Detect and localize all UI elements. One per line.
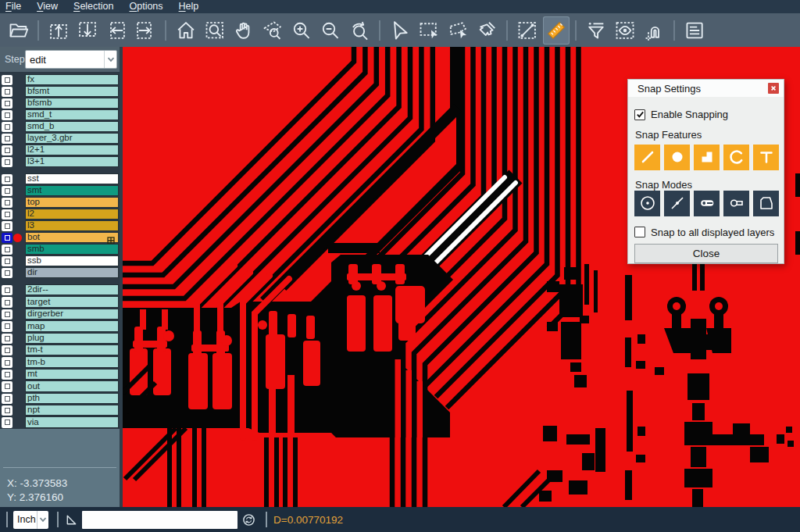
- layer-field[interactable]: smd_t: [25, 109, 119, 120]
- open-file-button[interactable]: [5, 16, 32, 45]
- layer-row-dirgerber[interactable]: dirgerber: [0, 309, 120, 320]
- layer-row-tm-t[interactable]: tm-t: [0, 345, 120, 356]
- layer-field[interactable]: tm-b: [25, 356, 119, 367]
- snap-arc-button[interactable]: [723, 145, 749, 170]
- layer-checkbox[interactable]: [2, 297, 12, 307]
- snap-slot-filled-button[interactable]: [694, 191, 720, 216]
- layer-field[interactable]: layer_3.gbr: [25, 133, 119, 144]
- snap-midpoint-button[interactable]: [664, 191, 690, 216]
- layer-checkbox[interactable]: [2, 134, 12, 144]
- snap-line-button[interactable]: [634, 145, 660, 170]
- layer-row-plug[interactable]: plug: [0, 333, 120, 345]
- layer-field[interactable]: l3: [25, 220, 119, 231]
- unit-select[interactable]: Inch: [13, 511, 48, 529]
- layer-checkbox[interactable]: [2, 381, 12, 391]
- layer-row-mt[interactable]: mt: [0, 369, 120, 380]
- zoom-home-button[interactable]: [173, 16, 199, 45]
- layer-row-map[interactable]: map: [0, 320, 120, 332]
- layer-field[interactable]: ssb: [25, 255, 119, 266]
- layer-row-bfsmt[interactable]: bfsmt: [0, 86, 120, 98]
- layer-field[interactable]: via: [25, 416, 119, 427]
- layer-field[interactable]: mt: [25, 369, 119, 380]
- layer-row-2dir--[interactable]: 2dir--: [0, 284, 120, 296]
- layer-checkbox[interactable]: [2, 417, 12, 427]
- zoom-in-button[interactable]: [288, 16, 315, 45]
- layer-checkbox[interactable]: [2, 157, 12, 167]
- select-polygon-button[interactable]: [445, 16, 471, 45]
- layer-checkbox[interactable]: [2, 75, 12, 85]
- layer-row-dir[interactable]: dir: [0, 267, 120, 279]
- layer-checkbox[interactable]: [2, 285, 12, 295]
- clear-highlight-button[interactable]: [473, 16, 500, 45]
- layer-field[interactable]: smt: [25, 185, 119, 196]
- layer-checkbox[interactable]: [2, 334, 12, 344]
- layer-row-target[interactable]: target: [0, 296, 120, 308]
- coordinate-input[interactable]: [82, 511, 238, 529]
- layer-checkbox[interactable]: [2, 145, 12, 155]
- layer-row-smd_t[interactable]: smd_t: [0, 109, 120, 121]
- close-button[interactable]: Close: [634, 244, 778, 263]
- layer-field[interactable]: plug: [25, 333, 119, 344]
- menu-view[interactable]: View: [29, 1, 66, 12]
- layer-field[interactable]: tm-t: [25, 345, 119, 355]
- pan-left-button[interactable]: [103, 16, 130, 45]
- layer-row-top[interactable]: top: [0, 197, 120, 209]
- layer-row-l2[interactable]: l2: [0, 209, 120, 220]
- layer-checkbox[interactable]: [2, 186, 12, 196]
- refresh-icon[interactable]: [242, 513, 255, 527]
- layer-row-l2+1[interactable]: l2+1: [0, 145, 120, 156]
- layer-row-via[interactable]: via: [0, 416, 120, 428]
- layer-checkbox[interactable]: [2, 87, 12, 97]
- zoom-previous-button[interactable]: [347, 16, 373, 45]
- layer-checkbox[interactable]: [2, 268, 12, 278]
- layer-field[interactable]: bfsmt: [25, 86, 119, 97]
- layer-checkbox[interactable]: [2, 174, 12, 184]
- layer-checkbox[interactable]: [2, 110, 12, 120]
- menu-file[interactable]: File: [5, 1, 29, 12]
- menu-options[interactable]: Options: [121, 1, 170, 12]
- pan-down-button[interactable]: [74, 16, 101, 45]
- snap-center-button[interactable]: [634, 191, 660, 216]
- layer-field[interactable]: top: [25, 197, 119, 208]
- measure-line-button[interactable]: [514, 16, 541, 45]
- zoom-window-button[interactable]: [202, 16, 228, 45]
- layer-row-l3+1[interactable]: l3+1: [0, 156, 120, 168]
- layer-checkbox[interactable]: [2, 221, 12, 231]
- layer-row-ssb[interactable]: ssb: [0, 255, 120, 267]
- measure-ruler-button[interactable]: [543, 16, 570, 45]
- layer-row-smd_b[interactable]: smd_b: [0, 121, 120, 133]
- layer-field[interactable]: 2dir--: [25, 284, 119, 295]
- layer-row-bot[interactable]: bot: [0, 232, 120, 244]
- zoom-out-button[interactable]: [317, 16, 344, 45]
- layer-row-sst[interactable]: sst: [0, 173, 120, 185]
- snap-pad-button[interactable]: [664, 145, 690, 170]
- layer-field[interactable]: map: [25, 320, 119, 331]
- dialog-titlebar[interactable]: Snap Settings: [628, 80, 784, 97]
- layer-checkbox[interactable]: [2, 370, 12, 380]
- layer-checkbox[interactable]: [2, 98, 12, 109]
- layer-checkbox[interactable]: [2, 309, 12, 320]
- pan-up-button[interactable]: [45, 16, 72, 45]
- layer-row-smb[interactable]: smb: [0, 244, 120, 255]
- layer-field[interactable]: out: [25, 380, 119, 391]
- pan-right-button[interactable]: [132, 16, 159, 45]
- layer-checkbox[interactable]: [2, 321, 12, 331]
- layer-checkbox[interactable]: [2, 405, 12, 416]
- step-select[interactable]: edit: [25, 50, 117, 69]
- enable-snapping-checkbox[interactable]: Enable Snapping: [634, 109, 728, 120]
- layer-row-out[interactable]: out: [0, 380, 120, 392]
- select-cursor-button[interactable]: [387, 16, 413, 45]
- layer-checkbox[interactable]: [2, 345, 12, 355]
- snap-slot-outline-button[interactable]: [723, 191, 749, 216]
- layer-field[interactable]: smd_b: [25, 121, 119, 132]
- layer-field[interactable]: sst: [25, 173, 119, 184]
- pan-hand-button[interactable]: [230, 16, 257, 45]
- layer-checkbox[interactable]: [2, 209, 12, 220]
- snap-surface-button[interactable]: [694, 145, 720, 170]
- layer-checkbox[interactable]: [2, 394, 12, 404]
- layer-row-tm-b[interactable]: tm-b: [0, 356, 120, 368]
- snap-text-button[interactable]: [753, 145, 779, 170]
- layer-checkbox[interactable]: [2, 198, 12, 208]
- filter-button[interactable]: [583, 16, 609, 45]
- layer-row-pth[interactable]: pth: [0, 393, 120, 405]
